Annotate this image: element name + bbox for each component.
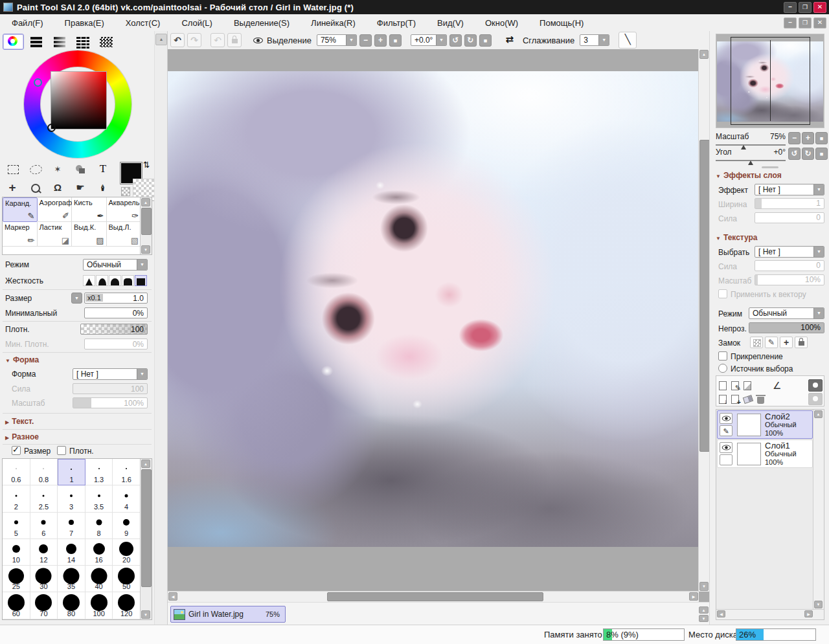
size-cell-3[interactable]: 3 (58, 485, 85, 512)
menu-item-3[interactable]: Слой(L) (175, 16, 219, 30)
menu-item-5[interactable]: Линейка(R) (304, 16, 362, 30)
scrollbar-thumb[interactable] (327, 592, 543, 601)
zoom-in-button[interactable] (374, 34, 387, 47)
zoom-reset-button[interactable] (389, 34, 402, 47)
canvas-horizontal-scrollbar[interactable]: ◀ ▶ (168, 591, 699, 602)
hardness-4[interactable] (122, 275, 134, 286)
flip-horizontal-button[interactable] (501, 32, 519, 48)
merge-down-icon[interactable] (731, 395, 739, 404)
scroll-down-icon[interactable]: ▼ (141, 610, 150, 619)
nav-rotate-ccw-button[interactable] (788, 148, 801, 160)
brush-tile-4[interactable]: Маркер (3, 222, 38, 247)
hue-marker[interactable] (34, 78, 42, 87)
size-cell-1.6[interactable]: 1.6 (113, 459, 141, 485)
size-cell-70[interactable]: 70 (30, 592, 58, 619)
canvas-viewport[interactable]: ▲ ▼ ◀ ▶ (168, 49, 710, 602)
size-cell-100[interactable]: 100 (85, 592, 113, 619)
size-cell-50[interactable]: 50 (113, 566, 141, 592)
transparent-color-icon[interactable] (121, 187, 130, 196)
apply-to-vector-checkbox[interactable]: Применить к вектору (718, 289, 806, 299)
text-tool[interactable] (93, 161, 113, 177)
brush-tile-3[interactable]: Акварель (107, 197, 142, 222)
size-cell-120[interactable]: 120 (113, 592, 141, 619)
size-cell-25[interactable]: 25 (3, 566, 30, 592)
layer-mode-select[interactable]: Обычный (749, 307, 824, 319)
menu-item-4[interactable]: Выделение(S) (227, 16, 296, 30)
size-cell-2.5[interactable]: 2.5 (30, 485, 58, 512)
swap-colors-icon[interactable] (142, 161, 152, 168)
rotate-tool[interactable] (47, 179, 68, 196)
size-cell-2[interactable]: 2 (3, 485, 30, 512)
size-cell-40[interactable]: 40 (85, 566, 113, 592)
size-grid-scrollbar[interactable]: ▲ ▼ (140, 459, 152, 619)
layer-visibility-toggle[interactable] (720, 413, 732, 424)
size-cell-0.6[interactable]: 0.6 (3, 459, 30, 485)
misc-section-header[interactable]: ▶Разное (5, 432, 39, 441)
document-tab[interactable]: Girl in Water.jpg 75% (170, 606, 286, 623)
lock-all-button[interactable] (795, 337, 808, 348)
size-cell-3.5[interactable]: 3.5 (85, 485, 113, 512)
size-cell-20[interactable]: 20 (113, 539, 141, 566)
history-back-button[interactable] (210, 33, 225, 47)
brush-tile-1[interactable]: Аэрограф (38, 197, 73, 222)
tab-swatches[interactable] (96, 34, 117, 50)
rect-select-tool[interactable] (2, 161, 23, 177)
min-size-field[interactable]: 0% (84, 307, 148, 318)
shape-section-header[interactable]: ▼Форма (5, 355, 39, 364)
tab-scroll-down-icon[interactable]: ▼ (699, 615, 709, 622)
sv-marker[interactable] (47, 124, 56, 132)
transfer-down-icon[interactable] (719, 395, 727, 404)
scrollbar-thumb[interactable] (141, 469, 152, 587)
tab-rgb-sliders[interactable] (26, 34, 47, 50)
tab-color-wheel[interactable] (3, 34, 24, 50)
zoom-out-button[interactable] (359, 34, 372, 47)
layer-effects-header[interactable]: ▼Эффекты слоя (716, 171, 782, 180)
tab-hsv-sliders[interactable] (49, 34, 71, 50)
brush-tile-6[interactable]: Выд.К. (72, 222, 107, 247)
size-cell-6[interactable]: 6 (30, 513, 58, 539)
scroll-down-icon[interactable]: ▼ (814, 601, 823, 608)
menu-item-0[interactable]: Файл(F) (5, 16, 50, 30)
rotate-cw-button[interactable] (464, 34, 477, 47)
magic-wand-tool[interactable] (47, 161, 68, 177)
scroll-up-icon[interactable]: ▲ (141, 460, 150, 468)
redo-button[interactable] (187, 33, 201, 47)
window-minimize-button[interactable] (784, 2, 797, 13)
layer-row-Слой2[interactable]: Слой2Обычный100% (717, 410, 813, 439)
rotate-reset-button[interactable] (479, 34, 492, 47)
size-pressure-checkbox[interactable]: Размер (12, 446, 51, 456)
clear-layer-icon[interactable] (743, 395, 753, 404)
zoom-select[interactable]: 75% (317, 34, 357, 46)
menu-item-7[interactable]: Вид(V) (431, 16, 470, 30)
delete-layer-icon[interactable] (757, 397, 764, 404)
layer-row-Слой1[interactable]: Слой1Обычный100% (717, 439, 813, 468)
hue-wheel[interactable] (24, 50, 131, 158)
nav-rotate-cw-button[interactable] (802, 148, 814, 160)
scroll-right-icon[interactable]: ▶ (689, 592, 698, 601)
size-cell-30[interactable]: 30 (30, 566, 58, 592)
document-restore-button[interactable] (799, 17, 812, 28)
apply-mask-icon[interactable] (808, 393, 823, 405)
undo-button[interactable] (170, 33, 185, 47)
navigator-view-rect[interactable] (731, 37, 810, 125)
shape-select[interactable]: [ Нет ] (73, 368, 148, 380)
size-cell-12[interactable]: 12 (30, 539, 58, 566)
size-cell-80[interactable]: 80 (58, 592, 85, 619)
tab-scroll-up-icon[interactable]: ▲ (699, 606, 709, 614)
figure-tool[interactable] (70, 161, 91, 177)
size-cell-1.3[interactable]: 1.3 (85, 459, 113, 485)
zoom-tool[interactable] (25, 179, 45, 196)
navigator[interactable] (716, 34, 824, 128)
angle-select[interactable]: +0.0° (411, 34, 447, 46)
hardness-3[interactable] (109, 275, 121, 286)
size-cell-9[interactable]: 9 (113, 513, 141, 539)
lock-move-button[interactable] (780, 337, 793, 348)
lock-transparency-button[interactable] (750, 337, 763, 348)
size-cell-10[interactable]: 10 (3, 539, 30, 566)
texture-header[interactable]: ▼Текстура (716, 233, 758, 242)
scroll-left-icon[interactable]: ◀ (717, 610, 725, 617)
window-restore-button[interactable] (799, 2, 812, 13)
tab-color-mixer[interactable] (73, 34, 94, 50)
brush-tile-5[interactable]: Ластик (38, 222, 73, 247)
menu-item-2[interactable]: Холст(C) (119, 16, 167, 30)
